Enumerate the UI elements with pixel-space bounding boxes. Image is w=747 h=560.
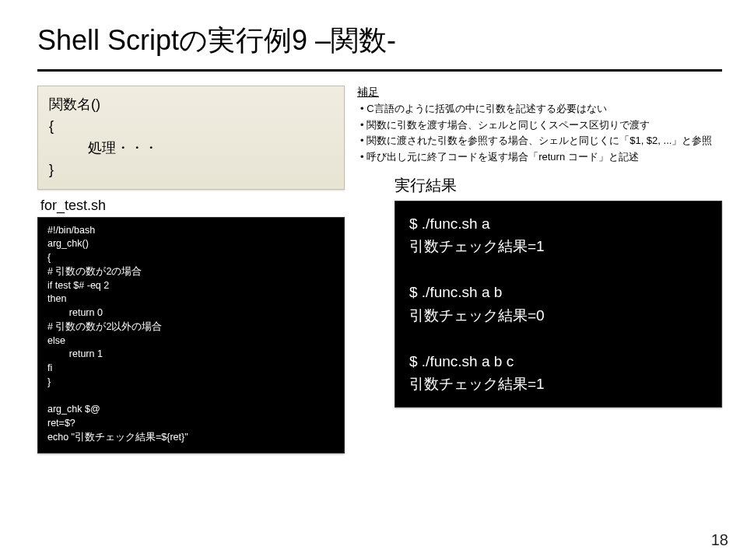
notes-item: 関数に引数を渡す場合、シェルと同じくスペース区切りで渡す <box>357 117 722 133</box>
title-underline <box>37 69 722 72</box>
syntax-box: 関数名() { 処理・・・ } <box>37 86 345 190</box>
source-code-box: #!/bin/bash arg_chk() { # 引数の数が2の場合 if t… <box>37 217 345 453</box>
right-column: 補足 C言語のように括弧の中に引数を記述する必要はない 関数に引数を渡す場合、シ… <box>357 86 722 453</box>
content-row: 関数名() { 処理・・・ } for_test.sh #!/bin/bash … <box>0 86 747 453</box>
notes-heading: 補足 <box>357 86 722 100</box>
result-label: 実行結果 <box>395 175 722 196</box>
file-name-label: for_test.sh <box>40 198 345 214</box>
notes-item: 関数に渡された引数を参照する場合、シェルと同じくに「$1, $2, ...」と参… <box>357 133 722 149</box>
slide-title: Shell Scriptの実行例9 –関数- <box>0 0 747 69</box>
left-column: 関数名() { 処理・・・ } for_test.sh #!/bin/bash … <box>37 86 345 453</box>
notes-list: C言語のように括弧の中に引数を記述する必要はない 関数に引数を渡す場合、シェルと… <box>357 101 722 164</box>
notes-item: 呼び出し元に終了コードを返す場合「return コード」と記述 <box>357 149 722 165</box>
page-number: 18 <box>711 531 728 549</box>
notes-block: 補足 C言語のように括弧の中に引数を記述する必要はない 関数に引数を渡す場合、シ… <box>357 86 722 164</box>
result-output-box: $ ./func.sh a 引数チェック結果=1 $ ./func.sh a b… <box>395 201 722 408</box>
notes-item: C言語のように括弧の中に引数を記述する必要はない <box>357 101 722 117</box>
